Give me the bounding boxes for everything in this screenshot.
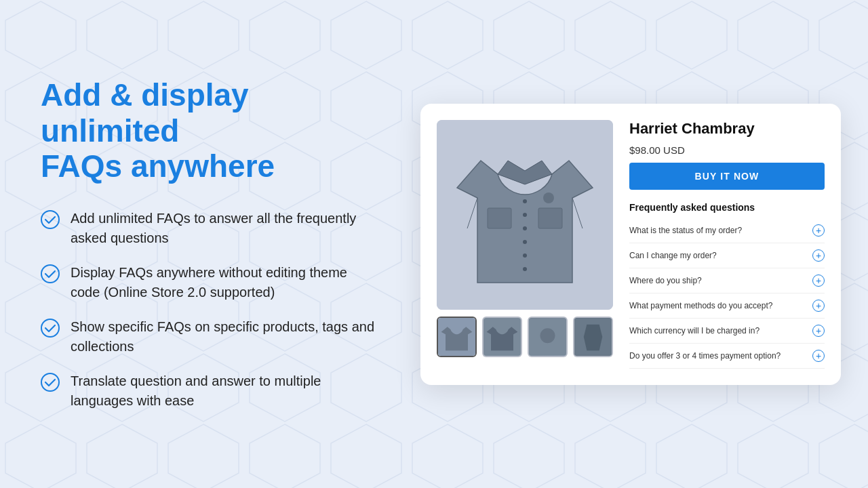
svg-point-9	[523, 226, 527, 230]
faq-section: Frequently asked questions What is the s…	[629, 202, 825, 369]
svg-point-0	[41, 211, 59, 228]
check-icon-2	[41, 264, 60, 283]
faq-question-2: Can I change my order?	[629, 251, 717, 260]
faq-question-3: Where do you ship?	[629, 276, 702, 285]
faq-item-5[interactable]: Which currency will I be charged in? +	[629, 319, 825, 344]
feature-text-2: Display FAQs anywhere without editing th…	[71, 263, 380, 302]
check-icon-4	[41, 373, 60, 392]
feature-item-4: Translate question and answer to multipl…	[41, 371, 380, 411]
feature-text-4: Translate question and answer to multipl…	[71, 371, 380, 411]
faq-item-1[interactable]: What is the status of my order? +	[629, 218, 825, 243]
thumbnail-1[interactable]	[437, 317, 477, 357]
faq-item-2[interactable]: Can I change my order? +	[629, 243, 825, 268]
shirt-svg	[437, 120, 613, 310]
thumbnail-row	[437, 317, 613, 357]
faq-section-title: Frequently asked questions	[629, 202, 825, 213]
faq-plus-icon-2[interactable]: +	[812, 249, 825, 262]
check-icon-3	[41, 319, 60, 338]
svg-point-11	[523, 253, 527, 258]
right-panel: Harriet Chambray $98.00 USD BUY IT NOW F…	[420, 104, 841, 385]
faq-plus-icon-3[interactable]: +	[812, 274, 825, 287]
faq-question-4: What payment methods do you accept?	[629, 301, 772, 310]
svg-point-15	[543, 192, 554, 203]
left-panel: Add & display unlimited FAQs anywhere Ad…	[41, 77, 380, 411]
svg-point-2	[41, 319, 59, 337]
page-layout: Add & display unlimited FAQs anywhere Ad…	[0, 0, 868, 488]
svg-rect-5	[488, 208, 511, 228]
feature-text-1: Add unlimited FAQs to answer all the fre…	[71, 209, 380, 248]
product-info: Harriet Chambray $98.00 USD BUY IT NOW F…	[629, 120, 825, 369]
faq-plus-icon-1[interactable]: +	[812, 224, 825, 237]
svg-point-1	[41, 265, 59, 283]
feature-item-3: Show specific FAQs on specific products,…	[41, 317, 380, 357]
buy-now-button[interactable]: BUY IT NOW	[629, 163, 825, 190]
feature-list: Add unlimited FAQs to answer all the fre…	[41, 209, 380, 411]
heading-line1: Add & display unlimited	[41, 77, 249, 148]
product-name: Harriet Chambray	[629, 120, 825, 138]
feature-item-2: Display FAQs anywhere without editing th…	[41, 263, 380, 302]
main-product-image	[437, 120, 613, 310]
faq-item-6[interactable]: Do you offer 3 or 4 times payment option…	[629, 344, 825, 369]
feature-item-1: Add unlimited FAQs to answer all the fre…	[41, 209, 380, 248]
faq-plus-icon-5[interactable]: +	[812, 325, 825, 337]
product-price: $98.00 USD	[629, 144, 825, 156]
svg-point-10	[523, 240, 527, 244]
faq-question-6: Do you offer 3 or 4 times payment option…	[629, 351, 781, 361]
svg-point-8	[523, 213, 527, 217]
faq-plus-icon-4[interactable]: +	[812, 300, 825, 312]
check-icon-1	[41, 210, 60, 229]
product-images	[437, 120, 613, 369]
thumbnail-3[interactable]	[528, 317, 568, 357]
svg-rect-6	[538, 208, 562, 228]
svg-point-3	[41, 373, 59, 391]
faq-item-4[interactable]: What payment methods do you accept? +	[629, 293, 825, 319]
faq-question-5: Which currency will I be charged in?	[629, 326, 760, 336]
svg-point-17	[540, 328, 555, 343]
faq-plus-icon-6[interactable]: +	[812, 350, 825, 362]
main-heading: Add & display unlimited FAQs anywhere	[41, 77, 380, 185]
card-main: Harriet Chambray $98.00 USD BUY IT NOW F…	[420, 104, 841, 385]
product-card: Harriet Chambray $98.00 USD BUY IT NOW F…	[420, 104, 841, 385]
svg-point-7	[523, 199, 527, 203]
thumbnail-4[interactable]	[573, 317, 613, 357]
faq-question-1: What is the status of my order?	[629, 226, 742, 235]
feature-text-3: Show specific FAQs on specific products,…	[71, 317, 380, 357]
svg-point-12	[523, 267, 527, 271]
heading-line2: FAQs anywhere	[41, 148, 275, 184]
thumbnail-2[interactable]	[482, 317, 522, 357]
faq-item-3[interactable]: Where do you ship? +	[629, 268, 825, 293]
